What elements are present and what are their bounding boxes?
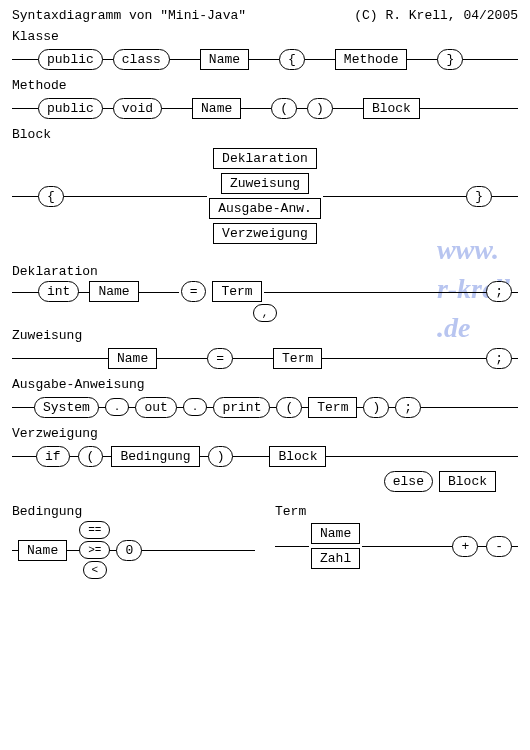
nonterminal-block: Block: [363, 98, 420, 119]
terminal-lpar: (: [276, 397, 302, 418]
section-label-methode: Methode: [12, 78, 518, 93]
terminal-eqeq: ==: [79, 521, 110, 539]
terminal-semi: ;: [395, 397, 421, 418]
nonterminal-name: Name: [311, 523, 360, 544]
terminal-system: System: [34, 397, 99, 418]
terminal-void: void: [113, 98, 162, 119]
nonterminal-deklaration: Deklaration: [213, 148, 317, 169]
terminal-dot: .: [105, 398, 130, 416]
term-alternatives: Name Zahl: [309, 521, 362, 571]
nonterminal-term: Term: [212, 281, 261, 302]
terminal-rbrace: }: [466, 186, 492, 207]
terminal-lpar: (: [78, 446, 104, 467]
rail-bedingung: Name == >= < 0: [12, 521, 255, 579]
terminal-rbrace: }: [437, 49, 463, 70]
nonterminal-block: Block: [439, 471, 496, 492]
rail-block: { Deklaration Zuweisung Ausgabe-Anw. Ver…: [12, 144, 518, 248]
terminal-rpar: ): [208, 446, 234, 467]
rail-klasse: public class Name { Methode }: [12, 46, 518, 72]
terminal-minus: -: [486, 536, 512, 557]
terminal-eq: =: [207, 348, 233, 369]
section-label-verzweigung: Verzweigung: [12, 426, 518, 441]
page-title: Syntaxdiagramm von "Mini-Java": [12, 8, 246, 23]
nonterminal-term: Term: [273, 348, 322, 369]
terminal-print: print: [213, 397, 270, 418]
section-label-zuweisung: Zuweisung: [12, 328, 518, 343]
terminal-lpar: (: [271, 98, 297, 119]
terminal-class: class: [113, 49, 170, 70]
nonterminal-zahl: Zahl: [311, 548, 360, 569]
rail-verzweigung: if ( Bedingung ) Block: [12, 443, 518, 469]
nonterminal-name: Name: [192, 98, 241, 119]
terminal-comma: ,: [253, 304, 278, 322]
nonterminal-block: Block: [269, 446, 326, 467]
terminal-rpar: ): [307, 98, 333, 119]
comparison-ops: == >= <: [79, 521, 110, 579]
copyright: (C) R. Krell, 04/2005: [354, 8, 518, 23]
nonterminal-name: Name: [89, 281, 138, 302]
terminal-out: out: [135, 397, 176, 418]
terminal-semi: ;: [486, 348, 512, 369]
nonterminal-verzweigung: Verzweigung: [213, 223, 317, 244]
block-alternatives: Deklaration Zuweisung Ausgabe-Anw. Verzw…: [207, 146, 323, 246]
rail-term: Name Zahl + -: [275, 521, 518, 571]
terminal-else: else: [384, 471, 433, 492]
nonterminal-bedingung: Bedingung: [111, 446, 199, 467]
section-label-bedingung: Bedingung: [12, 504, 255, 519]
nonterminal-zuweisung: Zuweisung: [221, 173, 309, 194]
terminal-semi: ;: [486, 281, 512, 302]
rail-ausgabe: System . out . print ( Term ) ;: [12, 394, 518, 420]
rail-deklaration: int Name = Term ;: [12, 281, 518, 302]
rail-methode: public void Name ( ) Block: [12, 95, 518, 121]
terminal-plus: +: [452, 536, 478, 557]
nonterminal-term: Term: [308, 397, 357, 418]
nonterminal-name: Name: [18, 540, 67, 561]
terminal-rpar: ): [363, 397, 389, 418]
terminal-lbrace: {: [38, 186, 64, 207]
nonterminal-ausgabe: Ausgabe-Anw.: [209, 198, 321, 219]
terminal-ge: >=: [79, 541, 110, 559]
terminal-dot: .: [183, 398, 208, 416]
terminal-int: int: [38, 281, 79, 302]
section-label-block: Block: [12, 127, 518, 142]
nonterminal-methode: Methode: [335, 49, 408, 70]
section-label-ausgabe: Ausgabe-Anweisung: [12, 377, 518, 392]
terminal-if: if: [36, 446, 70, 467]
nonterminal-name: Name: [200, 49, 249, 70]
terminal-public: public: [38, 98, 103, 119]
terminal-zero: 0: [116, 540, 142, 561]
rail-zuweisung: Name = Term ;: [12, 345, 518, 371]
terminal-lt: <: [83, 561, 108, 579]
terminal-lbrace: {: [279, 49, 305, 70]
nonterminal-name: Name: [108, 348, 157, 369]
terminal-public: public: [38, 49, 103, 70]
section-label-term: Term: [275, 504, 518, 519]
section-label-deklaration: Deklaration: [12, 264, 518, 279]
terminal-eq: =: [181, 281, 207, 302]
section-label-klasse: Klasse: [12, 29, 518, 44]
